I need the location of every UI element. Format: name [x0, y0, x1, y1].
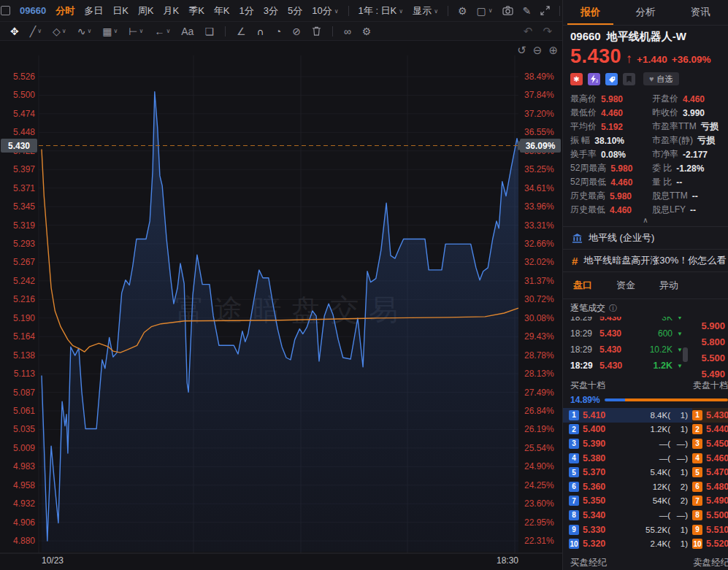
trade-row[interactable]: 18:295.43010.2K▼ [563, 342, 683, 358]
svg-text:36.55%: 36.55% [524, 127, 554, 137]
svg-text:37.20%: 37.20% [524, 109, 554, 119]
chart-settings-icon[interactable]: ⚙ [458, 5, 467, 17]
hide-drawings-icon[interactable]: ⊘ [292, 26, 301, 36]
period-tab-日K[interactable]: 日K [112, 4, 129, 18]
tab-order-book[interactable]: 盘口 [573, 279, 592, 292]
period-tab-3分[interactable]: 3分 [264, 4, 278, 18]
zoom-in-icon[interactable]: ⊕ [548, 44, 558, 57]
period-tab-多日[interactable]: 多日 [84, 4, 103, 18]
bid-level-7[interactable]: 75.35054K(2) [563, 494, 692, 509]
side-price: 5.900 [691, 318, 727, 334]
period-tab-5分[interactable]: 5分 [288, 4, 302, 18]
ask-level-3[interactable]: 35.450 [692, 436, 728, 451]
text-tool-icon[interactable]: Aa [181, 26, 194, 36]
svg-text:24.90%: 24.90% [524, 461, 554, 471]
ask-level-7[interactable]: 75.490 [692, 494, 728, 509]
svg-text:5.319: 5.319 [13, 220, 35, 231]
ask-level-10[interactable]: 105.520 [692, 536, 728, 551]
svg-text:35.25%: 35.25% [524, 164, 554, 174]
stats-left-col: 最高价5.980最低价4.460平均价5.192振 幅38.10%换手率0.08… [570, 92, 652, 217]
ask-level-1[interactable]: 15.430 [692, 408, 728, 423]
trade-row[interactable]: 18:295.430600▼ [563, 326, 683, 342]
bid-level-3[interactable]: 35.390—(—) [563, 436, 692, 451]
bid-level-5[interactable]: 55.3705.4K(1) [563, 465, 692, 480]
undo-icon[interactable]: ↶ [524, 25, 533, 38]
draw-pencil-icon[interactable]: ✎ [523, 5, 532, 17]
zoom-out-icon[interactable]: ⊖ [533, 44, 543, 57]
measure-tool-icon[interactable]: ⊢∨ [129, 26, 143, 36]
ask-level-9[interactable]: 95.510 [692, 523, 728, 537]
tab-analysis[interactable]: 分析 [618, 0, 673, 25]
stat-市盈率TTM: 市盈率TTM亏损 [652, 120, 724, 134]
continuous-draw-icon[interactable]: ◔ [275, 26, 281, 36]
intraday-chart[interactable]: ↺⊖⊕ 富途暗盘交易5.5265.5005.4745.4485.4225.397… [0, 41, 562, 570]
layout-icon[interactable]: ▢∨ [477, 5, 493, 17]
ask-level-5[interactable]: 55.470 [692, 465, 728, 480]
bookmark-icon[interactable] [623, 73, 635, 85]
period-tab-1分[interactable]: 1分 [240, 4, 254, 18]
period-tab-1年 : 日K[interactable]: 1年 : 日K∨ [359, 4, 404, 18]
add-favorite-button[interactable]: ♥ 自选 [643, 72, 679, 85]
trendline-tool-icon[interactable]: ╱∨ [30, 26, 42, 36]
period-tab-10分[interactable]: 10分∨ [312, 4, 338, 18]
restore-view-icon[interactable]: ↺ [517, 44, 526, 57]
company-link[interactable]: 地平线 (企业号) [563, 226, 728, 249]
svg-text:4.880: 4.880 [13, 536, 35, 546]
tool-settings-icon[interactable]: ⚙ [362, 26, 372, 36]
svg-text:30.72%: 30.72% [524, 294, 554, 304]
bid-level-badge: 9 [569, 525, 579, 535]
wave-tool-icon[interactable]: ∿∨ [77, 26, 92, 36]
bid-level-8[interactable]: 85.340—(—) [563, 508, 692, 523]
bid-level-9[interactable]: 95.33055.2K(1) [563, 523, 692, 537]
stock-name: 地平线机器人-W [607, 30, 686, 44]
bid-level-4[interactable]: 45.380—(—) [563, 451, 692, 466]
bid-level-10[interactable]: 105.3202.4K(1) [563, 536, 692, 551]
ask-level-2[interactable]: 25.440 [692, 423, 728, 437]
fullscreen-icon[interactable] [540, 6, 550, 15]
sell-triangle-icon: ▼ [673, 317, 683, 321]
trade-row[interactable]: 18:295.4301.2K▼ [563, 358, 683, 374]
period-tab-分时[interactable]: 分时 [55, 4, 74, 18]
tab-movements[interactable]: 异动 [659, 279, 678, 292]
bid-level-2[interactable]: 25.4001.2K(1) [563, 423, 692, 437]
buy-brokers-label: 买盘经纪 [570, 557, 607, 569]
period-tab-月K[interactable]: 月K [164, 4, 180, 18]
angle-tool-icon[interactable]: ∠ [237, 26, 246, 36]
stock-badges: ✱ 2 ♥ 自选 [570, 72, 679, 85]
ask-level-6[interactable]: 65.480 [692, 480, 728, 494]
bid-level-1[interactable]: 15.4108.4K(1) [563, 408, 692, 423]
trades-scrollbar-thumb[interactable] [683, 347, 688, 362]
trade-row[interactable]: 18:295.4303K▼ [563, 317, 683, 326]
stat-52周最低: 52周最低4.460 [570, 175, 652, 189]
move-tool-icon[interactable]: ✥ [10, 26, 19, 36]
tab-news[interactable]: 资讯 [673, 0, 728, 25]
topic-link[interactable]: # 地平线暗盘高开涨30%！你怎么看？ [563, 249, 728, 271]
info-icon[interactable]: ⓘ [609, 303, 617, 314]
tab-quote[interactable]: 报价 [563, 0, 618, 25]
ask-level-8[interactable]: 85.500 [692, 508, 728, 523]
compare-icon[interactable]: ∞ [344, 26, 351, 36]
magnet-tool-icon[interactable]: ∩ [257, 26, 264, 36]
comment-tool-icon[interactable]: ❏ [204, 26, 214, 36]
side-price: 5.500 [691, 350, 727, 366]
tab-capital-flow[interactable]: 资金 [616, 279, 635, 292]
period-tab-周K[interactable]: 周K [138, 4, 154, 18]
stats-right-col: 开盘价4.460昨收价3.990市盈率TTM亏损市盈率(静)亏损市净率-2.17… [652, 92, 724, 217]
delete-drawings-icon[interactable] [312, 26, 321, 36]
shape-tool-icon[interactable]: ◇∨ [53, 26, 66, 36]
svg-text:5.113: 5.113 [14, 369, 35, 379]
arrow-tool-icon[interactable]: ←∨ [154, 26, 170, 36]
period-tab-年K[interactable]: 年K [214, 4, 230, 18]
redo-icon[interactable]: ↷ [543, 25, 552, 38]
pattern-tool-icon[interactable]: ▦∨ [102, 26, 118, 36]
svg-text:5.138: 5.138 [13, 350, 35, 361]
period-tab-季K[interactable]: 季K [188, 4, 204, 18]
svg-text:18:30: 18:30 [497, 555, 518, 566]
bid-level-6[interactable]: 65.36012K(2) [563, 480, 692, 494]
display-dropdown[interactable]: 显示∨ [413, 4, 438, 18]
ask-level-4[interactable]: 45.460 [692, 451, 728, 466]
screenshot-icon[interactable] [502, 6, 513, 15]
collapse-stats-chevron[interactable]: ∧ [563, 216, 728, 225]
tick-trades-list[interactable]: 18:295.4303K▼18:295.430600▼18:295.43010.… [563, 317, 683, 380]
chart-canvas[interactable]: 富途暗盘交易5.5265.5005.4745.4485.4225.3975.37… [0, 41, 562, 570]
